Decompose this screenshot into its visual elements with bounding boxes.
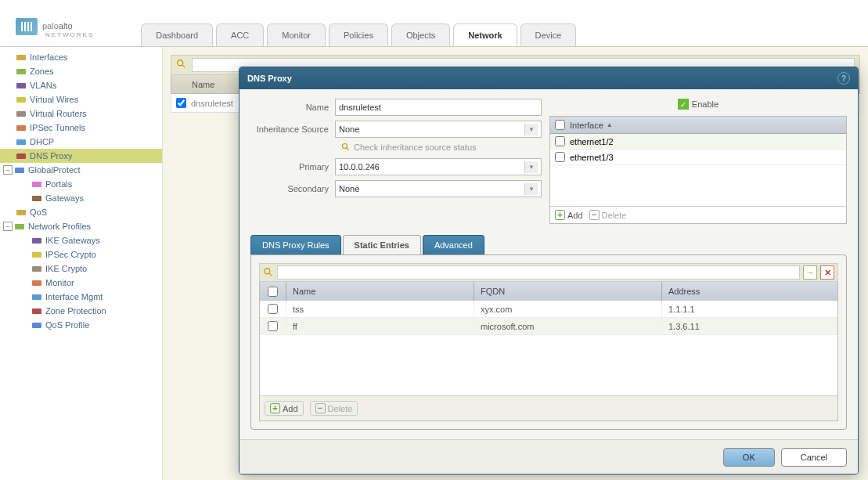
svg-rect-5 bbox=[16, 125, 26, 131]
tree-toggle-icon[interactable]: − bbox=[3, 165, 13, 175]
sidebar-item-label: VLANs bbox=[30, 81, 56, 90]
interface-row[interactable]: ethernet1/3 bbox=[550, 150, 846, 165]
interface-row-checkbox[interactable] bbox=[555, 152, 565, 162]
sidebar-item-label: Interfaces bbox=[30, 52, 67, 62]
interface-add-button[interactable]: +Add bbox=[555, 210, 583, 220]
sidebar-item-zone-protection[interactable]: Zone Protection bbox=[0, 304, 162, 318]
check-status-link[interactable]: Check inheritance source status bbox=[250, 143, 542, 152]
secondary-select[interactable]: None bbox=[335, 180, 542, 197]
interface-delete-button[interactable]: −Delete bbox=[589, 210, 627, 220]
col-fqdn[interactable]: FQDN bbox=[474, 282, 662, 301]
nav-icon bbox=[14, 222, 25, 231]
logo-icon bbox=[16, 18, 38, 35]
interface-header[interactable]: Interface▲ bbox=[550, 117, 846, 134]
entries-header: Name FQDN Address bbox=[260, 282, 837, 301]
search-icon[interactable] bbox=[263, 267, 274, 278]
tree-toggle-icon[interactable]: − bbox=[3, 222, 13, 231]
help-icon[interactable]: ? bbox=[837, 72, 850, 85]
nav-icon bbox=[14, 165, 25, 175]
svg-point-22 bbox=[343, 144, 348, 149]
sub-tab-static-entries[interactable]: Static Entries bbox=[343, 235, 421, 254]
enable-label: Enable bbox=[692, 99, 719, 109]
clear-filter-button[interactable]: ✕ bbox=[820, 265, 834, 280]
main-tab-policies[interactable]: Policies bbox=[329, 23, 388, 46]
entry-address: 1.1.1.1 bbox=[662, 301, 837, 317]
entries-add-button[interactable]: +Add bbox=[265, 401, 304, 416]
main-tab-objects[interactable]: Objects bbox=[391, 23, 450, 46]
sidebar-item-ike-gateways[interactable]: IKE Gateways bbox=[0, 233, 162, 247]
sidebar-item-globalprotect[interactable]: −GlobalProtect bbox=[0, 163, 162, 177]
svg-rect-16 bbox=[32, 280, 41, 286]
svg-rect-12 bbox=[15, 224, 24, 229]
entries-row[interactable]: ffmicrosoft.com1.3.6.11 bbox=[260, 318, 837, 335]
svg-rect-11 bbox=[16, 210, 26, 215]
main-tab-monitor[interactable]: Monitor bbox=[267, 23, 326, 46]
sidebar-item-portals[interactable]: Portals bbox=[0, 177, 162, 191]
sidebar-item-interface-mgmt[interactable]: Interface Mgmt bbox=[0, 290, 162, 304]
sidebar-item-label: Interface Mgmt bbox=[45, 292, 103, 301]
inherit-select[interactable]: None bbox=[335, 121, 542, 138]
entries-row[interactable]: tssxyx.com1.1.1.1 bbox=[260, 301, 837, 318]
sidebar-item-network-profiles[interactable]: −Network Profiles bbox=[0, 219, 162, 233]
svg-line-25 bbox=[269, 273, 272, 276]
sidebar-item-label: IPSec Crypto bbox=[45, 250, 96, 259]
sidebar-item-gateways[interactable]: Gateways bbox=[0, 191, 162, 205]
modal-title: DNS Proxy bbox=[247, 74, 292, 83]
interface-select-all[interactable] bbox=[555, 120, 565, 130]
primary-select[interactable]: 10.0.0.246 bbox=[335, 158, 542, 175]
grid-row-checkbox[interactable] bbox=[176, 98, 186, 108]
entries-select-all[interactable] bbox=[268, 287, 278, 297]
sidebar-item-label: Gateways bbox=[45, 193, 84, 203]
interface-row-checkbox[interactable] bbox=[555, 136, 565, 146]
col-name[interactable]: Name bbox=[286, 282, 474, 301]
minus-icon: − bbox=[589, 210, 600, 220]
cancel-button[interactable]: Cancel bbox=[781, 448, 847, 467]
entry-name: tss bbox=[286, 301, 474, 317]
sidebar-item-dhcp[interactable]: DHCP bbox=[0, 135, 162, 149]
sidebar-item-label: IPSec Tunnels bbox=[30, 123, 85, 132]
main-tab-device[interactable]: Device bbox=[520, 23, 577, 46]
entries-search-input[interactable] bbox=[277, 265, 800, 280]
sidebar-item-label: IKE Gateways bbox=[45, 236, 100, 245]
sidebar-item-virtual-wires[interactable]: Virtual Wires bbox=[0, 92, 162, 106]
sidebar-item-interfaces[interactable]: Interfaces bbox=[0, 50, 162, 64]
sidebar-item-qos[interactable]: QoS bbox=[0, 205, 162, 219]
ok-button[interactable]: OK bbox=[723, 448, 775, 467]
sidebar-item-label: DHCP bbox=[30, 137, 54, 146]
apply-filter-button[interactable]: → bbox=[803, 265, 817, 280]
main-tab-acc[interactable]: ACC bbox=[216, 23, 264, 46]
sidebar-item-label: Zone Protection bbox=[45, 306, 106, 316]
interface-row[interactable]: ethernet1/2 bbox=[550, 134, 846, 150]
sidebar-item-virtual-routers[interactable]: Virtual Routers bbox=[0, 106, 162, 121]
sidebar-item-dns-proxy[interactable]: DNS Proxy bbox=[0, 149, 162, 163]
svg-rect-6 bbox=[16, 139, 26, 145]
entries-row-checkbox[interactable] bbox=[268, 304, 278, 314]
nav-icon bbox=[16, 137, 27, 146]
entry-fqdn: microsoft.com bbox=[474, 318, 662, 334]
grid-col-name[interactable]: Name bbox=[192, 80, 214, 89]
entries-table: Name FQDN Address tssxyx.com1.1.1.1ffmic… bbox=[259, 282, 838, 421]
secondary-label: Secondary bbox=[250, 184, 335, 193]
sidebar-item-qos-profile[interactable]: QoS Profile bbox=[0, 318, 162, 332]
name-input[interactable] bbox=[335, 99, 542, 116]
sidebar-item-ipsec-tunnels[interactable]: IPSec Tunnels bbox=[0, 121, 162, 135]
brand-logo: paloalto NETWORKS bbox=[16, 15, 94, 38]
nav-icon bbox=[31, 236, 42, 245]
main-tab-dashboard[interactable]: Dashboard bbox=[141, 23, 213, 46]
sidebar-item-zones[interactable]: Zones bbox=[0, 64, 162, 78]
sidebar-item-vlans[interactable]: VLANs bbox=[0, 78, 162, 92]
sub-tab-advanced[interactable]: Advanced bbox=[423, 235, 484, 254]
entries-row-checkbox[interactable] bbox=[268, 321, 278, 331]
logo-text: paloalto bbox=[42, 15, 94, 33]
sidebar-item-monitor[interactable]: Monitor bbox=[0, 276, 162, 290]
enable-checkbox[interactable]: ✓ bbox=[678, 99, 689, 110]
col-address[interactable]: Address bbox=[662, 282, 837, 301]
main-tab-network[interactable]: Network bbox=[453, 23, 517, 46]
modal-header[interactable]: DNS Proxy ? bbox=[240, 67, 858, 89]
entries-delete-button[interactable]: −Delete bbox=[310, 401, 358, 416]
sidebar-item-ipsec-crypto[interactable]: IPSec Crypto bbox=[0, 247, 162, 262]
sub-tab-dns-proxy-rules[interactable]: DNS Proxy Rules bbox=[250, 235, 341, 254]
sidebar-item-ike-crypto[interactable]: IKE Crypto bbox=[0, 262, 162, 276]
search-icon[interactable] bbox=[176, 59, 189, 71]
sidebar-item-label: Monitor bbox=[45, 278, 74, 287]
